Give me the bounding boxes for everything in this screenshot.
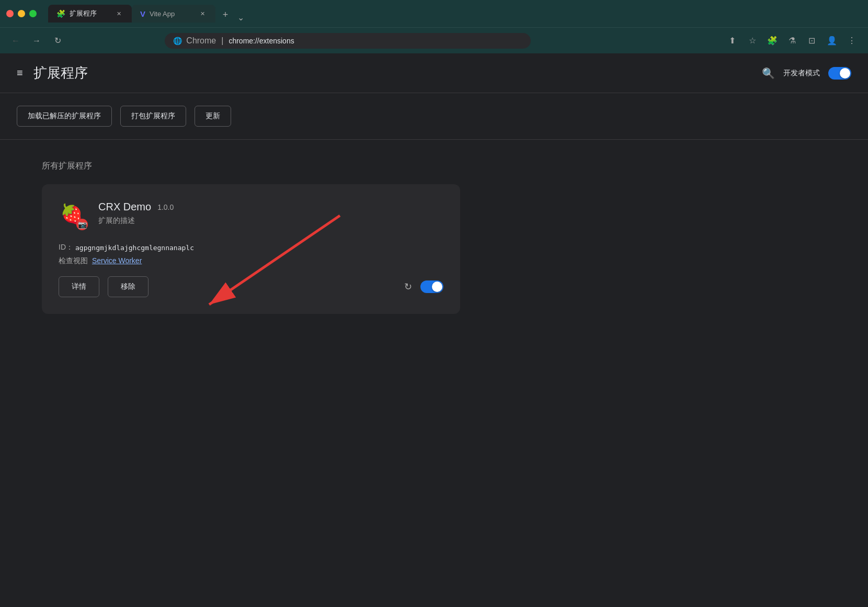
inspect-label: 检查视图 <box>59 256 88 265</box>
url-text: chrome://extensions <box>229 37 522 45</box>
extension-description: 扩展的描述 <box>98 216 443 226</box>
section-title: 所有扩展程序 <box>42 161 826 172</box>
sidebar-toggle-button[interactable]: ≡ <box>17 67 23 79</box>
extension-badge: 📷 <box>76 219 88 230</box>
refresh-button[interactable]: ↻ <box>50 33 65 48</box>
service-worker-link[interactable]: Service Worker <box>92 256 142 265</box>
close-window-button[interactable] <box>6 10 14 17</box>
extension-toggle[interactable] <box>420 280 443 293</box>
address-actions: ⬆ ☆ 🧩 ⚗ ⊡ 👤 ⋮ <box>725 33 860 49</box>
traffic-lights <box>6 10 37 17</box>
extensions-tab-title: 扩展程序 <box>70 9 110 18</box>
camera-icon: 📷 <box>78 220 87 229</box>
new-tab-button[interactable]: + <box>218 7 233 23</box>
extension-name-row: CRX Demo 1.0.0 <box>98 201 443 213</box>
extension-card-top: 🍓 📷 CRX Demo 1.0.0 扩展的描述 <box>59 201 443 230</box>
browser-frame: 🧩 扩展程序 ✕ V Vite App ✕ + ⌄ ← → ↻ 🌐 Chrome… <box>0 0 868 607</box>
load-unpacked-button[interactable]: 加载已解压的扩展程序 <box>17 106 112 127</box>
extensions-toolbar-button[interactable]: 🧩 <box>764 33 780 49</box>
main-content: ≡ 扩展程序 🔍 开发者模式 加载已解压的扩展程序 打包扩展程序 更新 所有扩展… <box>0 53 868 607</box>
toolbar: 加载已解压的扩展程序 打包扩展程序 更新 <box>0 93 868 140</box>
chrome-logo-icon: 🌐 <box>173 37 182 45</box>
search-button[interactable]: 🔍 <box>762 67 775 80</box>
url-brand: Chrome <box>186 36 216 46</box>
vite-tab-icon: V <box>140 9 145 18</box>
extensions-tab[interactable]: 🧩 扩展程序 ✕ <box>48 5 132 23</box>
dev-mode-toggle[interactable] <box>828 67 851 80</box>
remove-button[interactable]: 移除 <box>108 276 149 297</box>
extension-details: ID： agpgngmjkdlajghcgmlegnnanaplc 检查视图 S… <box>59 243 443 266</box>
minimize-window-button[interactable] <box>18 10 25 17</box>
extensions-tab-icon: 🧩 <box>56 9 65 18</box>
title-bar: 🧩 扩展程序 ✕ V Vite App ✕ + ⌄ <box>0 0 868 27</box>
extension-version: 1.0.0 <box>157 203 174 211</box>
back-button[interactable]: ← <box>8 33 23 48</box>
reload-extension-button[interactable]: ↻ <box>404 281 412 293</box>
extension-footer-right: ↻ <box>404 280 443 293</box>
extension-icon-wrap: 🍓 📷 <box>59 201 88 230</box>
split-view-button[interactable]: ⊡ <box>804 33 820 49</box>
fullscreen-window-button[interactable] <box>29 10 37 17</box>
extension-id-row: ID： agpgngmjkdlajghcgmlegnnanaplc <box>59 243 443 252</box>
extension-card: 🍓 📷 CRX Demo 1.0.0 扩展的描述 <box>42 184 460 314</box>
chrome-menu-button[interactable]: ⋮ <box>844 33 860 49</box>
flask-button[interactable]: ⚗ <box>784 33 800 49</box>
more-tabs-button[interactable]: ⌄ <box>237 13 244 23</box>
share-button[interactable]: ⬆ <box>725 33 740 49</box>
url-bar[interactable]: 🌐 Chrome | chrome://extensions <box>165 33 531 49</box>
extension-toggle-knob <box>432 282 442 292</box>
url-separator: | <box>221 36 223 46</box>
vite-tab-title: Vite App <box>150 10 193 18</box>
extensions-tab-close[interactable]: ✕ <box>114 9 123 18</box>
toggle-knob <box>840 68 850 78</box>
tabs-area: 🧩 扩展程序 ✕ V Vite App ✕ + ⌄ <box>48 5 862 23</box>
forward-button[interactable]: → <box>29 33 44 48</box>
update-button[interactable]: 更新 <box>195 106 231 127</box>
page-title: 扩展程序 <box>33 64 762 82</box>
extension-id: agpgngmjkdlajghcgmlegnnanaplc <box>75 244 194 252</box>
extension-name: CRX Demo <box>98 201 151 213</box>
address-bar: ← → ↻ 🌐 Chrome | chrome://extensions ⬆ ☆… <box>0 27 868 53</box>
extension-card-footer: 详情 移除 ↻ <box>59 276 443 297</box>
vite-tab[interactable]: V Vite App ✕ <box>132 5 215 23</box>
extension-inspect-row: 检查视图 Service Worker <box>59 256 443 266</box>
id-label: ID： <box>59 243 73 252</box>
extensions-list-area: 所有扩展程序 🍓 📷 CRX Demo <box>0 140 868 335</box>
header-actions: 🔍 开发者模式 <box>762 67 851 80</box>
dev-mode-label: 开发者模式 <box>783 69 820 78</box>
bookmark-button[interactable]: ☆ <box>745 33 760 49</box>
extensions-page-header: ≡ 扩展程序 🔍 开发者模式 <box>0 53 868 93</box>
vite-tab-close[interactable]: ✕ <box>198 9 207 18</box>
profile-button[interactable]: 👤 <box>824 33 840 49</box>
extension-info: CRX Demo 1.0.0 扩展的描述 <box>98 201 443 226</box>
details-button[interactable]: 详情 <box>59 276 99 297</box>
pack-extension-button[interactable]: 打包扩展程序 <box>120 106 186 127</box>
